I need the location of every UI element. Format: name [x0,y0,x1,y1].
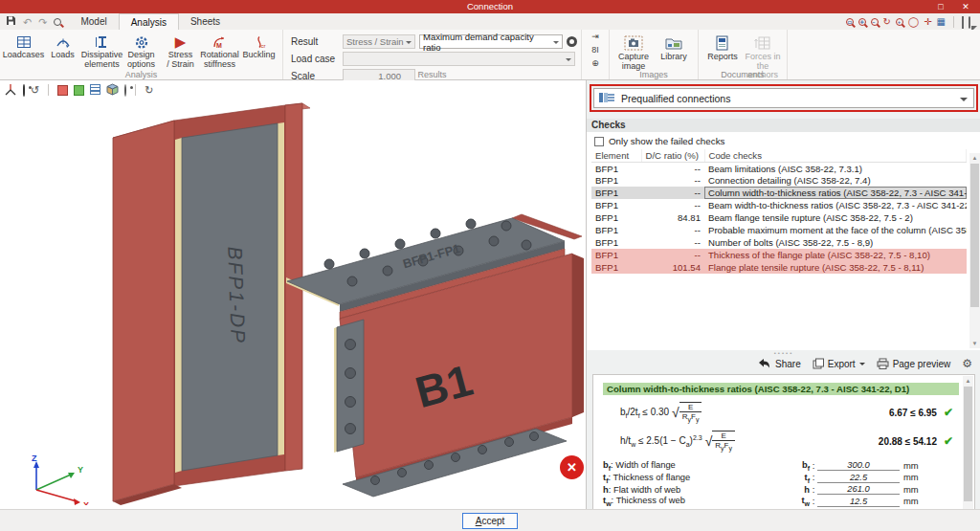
stress-strain-run-button[interactable]: ▶ Stress / Strain [161,32,200,69]
variable-row: tf: Thickness of flange tf:22.5mm [603,472,959,484]
ratio-display-toggle-icon[interactable] [567,36,577,47]
share-icon [758,358,771,369]
redraw-icon[interactable]: ↻ [883,16,891,28]
result-type-dropdown[interactable]: Stress / Strain [343,34,415,49]
window-layout-icon[interactable] [962,17,964,28]
viewport-3d[interactable]: ↺ ↻ BFP1-DP [0,80,586,509]
save-icon[interactable] [6,15,16,28]
loads-icon [56,33,71,51]
design-options-button[interactable]: Design options [122,32,161,69]
col-code-checks[interactable]: Code checks [704,149,967,163]
error-badge[interactable]: ✕ [560,455,584,479]
formula-lhs: bf/2tf ≤ 0.30√ERyFy [620,402,702,424]
table-row[interactable]: BFP1--Beam width-to-thickness ratios (AI… [591,199,967,211]
wireframe-view-icon[interactable] [90,84,100,97]
report-scrollbar[interactable]: ▲ ▼ [963,376,973,531]
connection-3d-model[interactable]: BFP1-DP BFP1-FP1 B1 [0,100,586,505]
dissipative-elements-button[interactable]: Dissipative elements [82,32,122,69]
checks-table: Element D/C ratio (%) Code checks BFP1--… [591,149,967,274]
comment-icon[interactable] [969,17,970,28]
zoom-all-icon[interactable]: ✛ [858,17,866,28]
formula-lhs: h/tw ≤ 2.5(1 − Ca)2.3√ERyFy [620,431,735,453]
undo-icon[interactable]: ↶ [23,16,32,28]
play-icon: ▶ [175,33,187,51]
close-button[interactable]: ✕ [953,0,978,13]
weld-display-toggle-icon[interactable]: ⊕ [587,58,604,69]
scroll-up-icon[interactable]: ▲ [963,376,973,386]
maximize-button[interactable]: □ [928,0,953,13]
accept-button[interactable]: Accept [462,513,518,529]
failed-checks-checkbox[interactable] [594,137,604,146]
solid-view-icon[interactable] [57,85,68,96]
tab-model[interactable]: Model [69,13,118,30]
scroll-thumb[interactable] [970,164,979,307]
fit-screen-icon[interactable]: ▦ [937,16,946,28]
transparent-view-icon[interactable] [74,85,84,96]
load-case-dropdown[interactable] [343,52,575,66]
tab-analysis[interactable]: Analysis [119,13,179,30]
anchor-forces-icon [754,33,771,53]
axes-triad: Z Y X [32,454,89,505]
share-button[interactable]: Share [758,358,801,369]
buckling-button[interactable]: cr Buckling [239,32,278,60]
connection-type-dropdown[interactable]: Prequalified connections [593,88,974,108]
formula-row: h/tw ≤ 2.5(1 − Ca)2.3√ERyFy 20.88 ≤ 54.1… [620,431,959,453]
splitter-handle[interactable]: ••••• [587,351,980,356]
page-preview-button[interactable]: Page preview [877,358,951,369]
col-ratio[interactable]: D/C ratio (%) [641,149,704,163]
scroll-up-icon[interactable]: ▲ [969,153,980,163]
scroll-down-icon[interactable]: ▼ [969,339,980,348]
table-row[interactable]: BFP1--Number of bolts (AISC 358-22, 7.5 … [591,236,967,249]
window-title: Connection [0,1,980,11]
table-row-selected[interactable]: BFP1--Column width-to-thickness ratios (… [591,187,967,199]
orbit-view-icon[interactable]: ↺ [31,83,39,97]
tab-sheets[interactable]: Sheets [179,13,232,30]
axis-z-label: Z [32,454,37,463]
view-orientation-icon[interactable] [23,85,25,96]
zoom-out-icon[interactable]: − [871,17,879,28]
viewport-toolbar: ↺ ↻ [0,80,586,100]
table-row[interactable]: BFP184.81Beam flange tensile rupture (AI… [591,211,967,224]
rotational-stiffness-button[interactable]: M Rotational stiffness [200,32,239,69]
refresh-view-icon[interactable]: ↻ [145,83,153,97]
bottom-bar: Accept [0,509,980,531]
table-row[interactable]: BFP1--Beam limitations (AISC 358-22, 7.3… [591,163,967,175]
checks-scrollbar[interactable]: ▲ ▼ [969,153,980,348]
search-icon[interactable] [54,16,61,28]
loadcases-button[interactable]: Loadcases [4,32,43,60]
report-settings-gear-icon[interactable]: ⚙ [962,357,972,370]
table-row[interactable]: BFP1--Connection detailing (AISC 358-22,… [591,174,967,187]
pan-icon[interactable]: ◯ [908,16,919,28]
redo-icon[interactable]: ↷ [38,16,47,28]
scroll-thumb[interactable] [964,387,972,501]
table-row[interactable]: BFP1--Probable maximum moment at the fac… [591,224,967,236]
export-button[interactable]: Export [813,358,865,369]
chevron-down-icon [406,41,412,47]
capture-image-button[interactable]: Capture image [613,32,654,71]
reports-button[interactable]: Reports [702,32,743,62]
col-element[interactable]: Element [591,149,641,163]
connection-type-icon [598,91,615,106]
axes-triad-icon[interactable] [5,83,17,98]
result-mode-dropdown[interactable]: Maximum demand capacity ratio [419,34,563,49]
loads-button[interactable]: Loads [43,32,82,60]
report-title: Column width-to-thickness ratios (AISC 3… [603,383,959,395]
variable-row: h: Flat width of web h:261.0mm [603,483,959,495]
ribbon: Loadcases Loads Dissipative elements Des… [0,30,980,80]
visibility-eye-icon[interactable] [124,85,126,96]
table-row-failed[interactable]: BFP1101.54Flange plate tensile rupture (… [591,261,967,274]
ribbon-tab-row: ↶ ↷ Model Analysis Sheets ▭ ✛ − ↻ + ◯ ✛ … [0,13,980,30]
report-document-icon [715,33,730,53]
formula-row: bf/2tf ≤ 0.30√ERyFy 6.67 ≤ 6.95 ✔ [620,402,959,424]
column-left-flange[interactable] [113,121,174,501]
zoom-in-icon[interactable]: + [896,17,903,28]
move-icon[interactable]: ✛ [924,16,931,28]
bolt-forces-toggle-icon[interactable]: 8I [587,45,604,55]
deformed-shape-toggle-icon[interactable]: ⇥ [587,32,604,42]
beam-end-face [572,254,584,417]
table-row-failed[interactable]: BFP1--Thickness of the flange plate (AIS… [591,249,967,261]
cube-view-icon[interactable] [106,83,119,98]
library-button[interactable]: Library [654,32,694,62]
connection-type-highlight: Prequalified connections [590,84,978,112]
zoom-window-icon[interactable]: ▭ [846,17,854,28]
